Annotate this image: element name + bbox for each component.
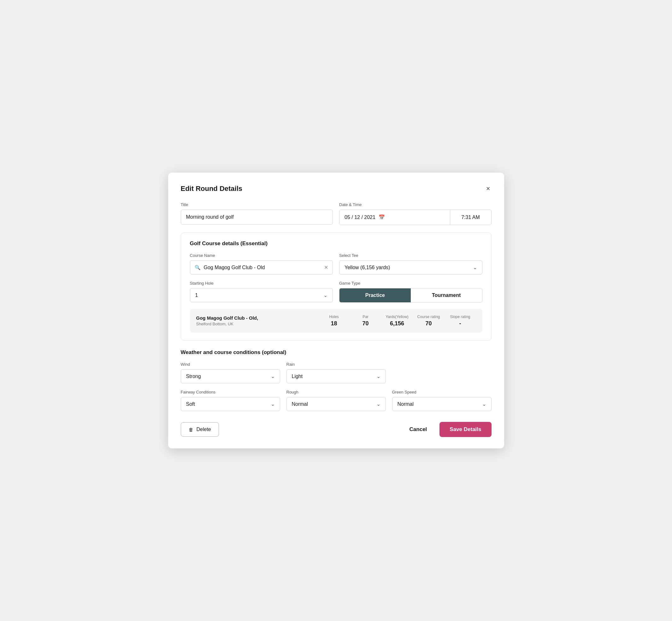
par-value: 70 — [362, 320, 369, 327]
rough-dropdown[interactable]: Normal ⌄ — [287, 397, 386, 411]
wind-rain-row: Wind Strong ⌄ Rain Light ⌄ — [181, 362, 492, 383]
top-row: Title Date & Time 05 / 12 / 2021 📅 7:31 … — [181, 202, 492, 225]
calendar-icon: 📅 — [379, 214, 385, 220]
chevron-down-icon-4: ⌄ — [376, 373, 380, 379]
green-speed-label: Green Speed — [392, 390, 492, 395]
course-bold-name: Gog Magog Golf Club - Old, — [196, 315, 318, 321]
course-info-name: Gog Magog Golf Club - Old, Shelford Bott… — [196, 315, 318, 326]
course-name-input-wrapper[interactable]: 🔍 Gog Magog Golf Club - Old ✕ — [190, 260, 333, 275]
game-type-label: Game Type — [339, 281, 482, 286]
fairway-rough-green-row: Fairway Conditions Soft ⌄ Rough Normal ⌄… — [181, 390, 492, 411]
holes-stat: Holes 18 — [318, 315, 350, 327]
course-info-row: Gog Magog Golf Club - Old, Shelford Bott… — [190, 309, 482, 333]
weather-section-title: Weather and course conditions (optional) — [181, 349, 492, 356]
cancel-button[interactable]: Cancel — [406, 422, 430, 437]
select-tee-label: Select Tee — [339, 253, 482, 258]
fairway-dropdown[interactable]: Soft ⌄ — [181, 397, 280, 411]
holes-value: 18 — [331, 320, 337, 327]
save-button[interactable]: Save Details — [439, 422, 491, 437]
trash-icon: 🗑 — [189, 427, 194, 432]
game-type-group: Game Type Practice Tournament — [339, 281, 482, 303]
title-label: Title — [181, 202, 333, 207]
select-tee-value: Yellow (6,156 yards) — [344, 265, 390, 271]
green-speed-field: Green Speed Normal ⌄ — [392, 390, 492, 411]
datetime-row: 05 / 12 / 2021 📅 7:31 AM — [339, 210, 492, 225]
tournament-button[interactable]: Tournament — [411, 288, 482, 302]
wind-label: Wind — [181, 362, 280, 367]
game-type-toggle: Practice Tournament — [339, 288, 482, 303]
green-speed-dropdown[interactable]: Normal ⌄ — [392, 397, 492, 411]
rough-field: Rough Normal ⌄ — [287, 390, 386, 411]
yards-stat: Yards(Yellow) 6,156 — [381, 315, 413, 327]
course-name-group: Course Name 🔍 Gog Magog Golf Club - Old … — [190, 253, 333, 275]
fairway-label: Fairway Conditions — [181, 390, 280, 395]
select-tee-dropdown[interactable]: Yellow (6,156 yards) ⌄ — [339, 260, 482, 275]
holes-label: Holes — [329, 315, 339, 319]
delete-label: Delete — [197, 427, 211, 432]
date-value: 05 / 12 / 2021 — [344, 215, 375, 220]
rough-label: Rough — [287, 390, 386, 395]
starting-hole-dropdown[interactable]: 1 ⌄ — [190, 288, 333, 302]
select-tee-group: Select Tee Yellow (6,156 yards) ⌄ — [339, 253, 482, 275]
golf-course-section: Golf Course details (Essential) Course N… — [181, 233, 492, 340]
wind-dropdown[interactable]: Strong ⌄ — [181, 369, 280, 383]
rain-dropdown[interactable]: Light ⌄ — [287, 369, 386, 383]
time-value: 7:31 AM — [461, 215, 480, 220]
chevron-down-icon-2: ⌄ — [323, 292, 328, 298]
fairway-field: Fairway Conditions Soft ⌄ — [181, 390, 280, 411]
rough-value: Normal — [292, 401, 308, 407]
datetime-field-group: Date & Time 05 / 12 / 2021 📅 7:31 AM — [339, 202, 492, 225]
slope-rating-stat: Slope rating - — [445, 315, 476, 327]
modal-title: Edit Round Details — [181, 184, 243, 193]
course-name-label: Course Name — [190, 253, 333, 258]
golf-section-title: Golf Course details (Essential) — [190, 241, 482, 247]
chevron-down-icon-6: ⌄ — [376, 401, 380, 407]
chevron-down-icon-7: ⌄ — [482, 401, 486, 407]
par-stat: Par 70 — [350, 315, 381, 327]
wind-value: Strong — [186, 374, 201, 379]
rain-field: Rain Light ⌄ — [287, 362, 386, 383]
close-button[interactable]: × — [485, 184, 492, 194]
starting-hole-group: Starting Hole 1 ⌄ — [190, 281, 333, 303]
date-input[interactable]: 05 / 12 / 2021 📅 — [339, 210, 450, 225]
datetime-label: Date & Time — [339, 202, 492, 207]
green-speed-value: Normal — [397, 401, 414, 407]
starting-hole-value: 1 — [195, 292, 198, 298]
wind-field: Wind Strong ⌄ — [181, 362, 280, 383]
title-input[interactable] — [181, 210, 333, 225]
modal-footer: 🗑 Delete Cancel Save Details — [181, 419, 492, 437]
search-icon: 🔍 — [195, 265, 201, 271]
course-tee-row: Course Name 🔍 Gog Magog Golf Club - Old … — [190, 253, 482, 275]
modal-header: Edit Round Details × — [181, 184, 492, 194]
clear-course-button[interactable]: ✕ — [324, 264, 328, 271]
rain-label: Rain — [287, 362, 386, 367]
title-field-group: Title — [181, 202, 333, 225]
course-location: Shelford Bottom, UK — [196, 322, 318, 326]
chevron-down-icon: ⌄ — [473, 264, 477, 271]
time-input[interactable]: 7:31 AM — [450, 210, 491, 225]
course-rating-value: 70 — [425, 320, 432, 327]
course-name-value: Gog Magog Golf Club - Old — [204, 265, 321, 271]
delete-button[interactable]: 🗑 Delete — [181, 422, 219, 437]
yards-value: 6,156 — [390, 320, 404, 327]
slope-rating-label: Slope rating — [450, 315, 470, 319]
edit-round-modal: Edit Round Details × Title Date & Time 0… — [168, 173, 504, 448]
course-rating-label: Course rating — [417, 315, 440, 319]
hole-gametype-row: Starting Hole 1 ⌄ Game Type Practice Tou… — [190, 281, 482, 303]
yards-label: Yards(Yellow) — [385, 315, 409, 319]
slope-rating-value: - — [459, 320, 461, 327]
footer-right: Cancel Save Details — [406, 422, 492, 437]
course-rating-stat: Course rating 70 — [413, 315, 445, 327]
practice-button[interactable]: Practice — [339, 288, 411, 302]
rain-value: Light — [292, 374, 303, 379]
starting-hole-label: Starting Hole — [190, 281, 333, 286]
par-label: Par — [363, 315, 369, 319]
weather-section: Weather and course conditions (optional)… — [181, 349, 492, 411]
chevron-down-icon-5: ⌄ — [271, 401, 275, 407]
fairway-value: Soft — [186, 401, 195, 407]
chevron-down-icon-3: ⌄ — [271, 373, 275, 379]
